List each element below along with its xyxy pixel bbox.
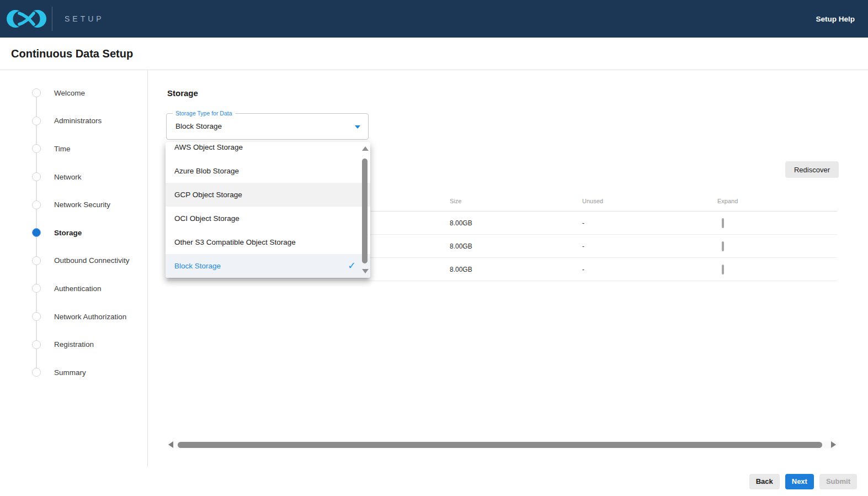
step-summary[interactable]: Summary (0, 358, 147, 387)
option-label: Block Storage (174, 262, 221, 270)
step-storage-active[interactable]: Storage (0, 219, 147, 247)
step-network-security[interactable]: Network Security (0, 191, 147, 219)
step-label: Network Security (54, 200, 110, 209)
step-label: Network Authorization (54, 313, 126, 321)
section-title: Storage (167, 88, 198, 98)
step-circle-icon (32, 117, 41, 125)
checkmark-icon: ✓ (348, 260, 356, 272)
step-circle-icon (32, 200, 41, 209)
step-circle-icon (32, 312, 41, 321)
column-unused: Unused (582, 198, 717, 204)
app-header: SETUP Setup Help (0, 0, 868, 38)
delphix-logo-icon (4, 4, 49, 33)
step-label: Storage (54, 229, 82, 237)
step-administrators[interactable]: Administrators (0, 107, 147, 135)
step-label: Outbound Connectivity (54, 256, 130, 265)
step-label: Welcome (54, 89, 85, 97)
step-outbound-connectivity[interactable]: Outbound Connectivity (0, 247, 147, 275)
size-cell: 8.00GB (450, 219, 582, 227)
back-button[interactable]: Back (749, 474, 780, 489)
wizard-footer: Back Next Submit (0, 467, 868, 496)
size-cell: 8.00GB (450, 266, 582, 273)
storage-type-menu: AWS Object Storage Azure Blob Storage GC… (166, 142, 370, 278)
column-size: Size (450, 198, 582, 204)
brand-setup-label: SETUP (65, 14, 104, 23)
storage-type-options: AWS Object Storage Azure Blob Storage GC… (166, 142, 370, 278)
step-label: Administrators (54, 117, 102, 125)
step-circle-icon (32, 340, 41, 349)
option-gcp-object-storage[interactable]: GCP Object Storage (166, 183, 370, 207)
scroll-up-icon[interactable] (362, 146, 369, 151)
chevron-down-icon (355, 125, 360, 129)
page-title-bar: Continuous Data Setup (0, 38, 868, 70)
step-label: Authentication (54, 284, 102, 293)
storage-type-value: Block Storage (175, 114, 222, 139)
option-block-storage-selected[interactable]: Block Storage ✓ (166, 254, 370, 278)
storage-panel: Storage Storage Type for Data Block Stor… (148, 70, 868, 467)
unused-cell: - (582, 266, 717, 273)
unused-cell: - (582, 242, 717, 250)
option-azure-blob-storage[interactable]: Azure Blob Storage (166, 159, 370, 183)
unused-cell: - (582, 219, 717, 227)
expand-checkbox[interactable] (722, 265, 724, 275)
step-label: Time (54, 145, 71, 153)
step-circle-icon (32, 88, 41, 97)
step-circle-icon (32, 172, 41, 181)
page-title: Continuous Data Setup (11, 48, 133, 60)
step-circle-icon (32, 284, 41, 293)
scroll-down-icon[interactable] (362, 269, 369, 273)
scrollbar-thumb[interactable] (178, 442, 822, 448)
step-circle-icon (32, 144, 41, 153)
next-button[interactable]: Next (785, 474, 814, 489)
setup-stepper-sidebar: Welcome Administrators Time Network Netw… (0, 70, 148, 467)
step-welcome[interactable]: Welcome (0, 79, 147, 107)
step-registration[interactable]: Registration (0, 330, 147, 358)
setup-help-link[interactable]: Setup Help (816, 15, 855, 23)
column-expand: Expand (717, 198, 837, 204)
step-circle-icon (32, 256, 41, 265)
rediscover-button[interactable]: Rediscover (785, 161, 839, 178)
header-divider (52, 7, 52, 31)
scroll-right-icon[interactable] (831, 441, 836, 448)
option-oci-object-storage[interactable]: OCI Object Storage (166, 207, 370, 230)
scroll-left-icon[interactable] (168, 441, 173, 448)
step-circle-active-icon (32, 228, 41, 237)
expand-checkbox[interactable] (722, 218, 724, 228)
step-network[interactable]: Network (0, 163, 147, 191)
option-aws-object-storage[interactable]: AWS Object Storage (166, 142, 370, 159)
step-label: Network (54, 173, 82, 181)
horizontal-scrollbar[interactable] (168, 440, 836, 449)
storage-type-select[interactable]: Storage Type for Data Block Storage (166, 113, 369, 140)
menu-scrollbar[interactable] (360, 142, 369, 278)
step-time[interactable]: Time (0, 135, 147, 163)
stepper-list: Welcome Administrators Time Network Netw… (0, 79, 147, 387)
submit-button-disabled[interactable]: Submit (819, 474, 857, 489)
size-cell: 8.00GB (450, 242, 582, 250)
step-network-authorization[interactable]: Network Authorization (0, 303, 147, 331)
menu-scrollbar-thumb[interactable] (362, 159, 368, 263)
step-authentication[interactable]: Authentication (0, 275, 147, 303)
option-other-s3-compatible[interactable]: Other S3 Compatible Object Storage (166, 230, 370, 254)
step-label: Summary (54, 368, 86, 377)
step-circle-icon (32, 368, 41, 377)
expand-checkbox[interactable] (722, 241, 724, 251)
step-label: Registration (54, 340, 94, 349)
